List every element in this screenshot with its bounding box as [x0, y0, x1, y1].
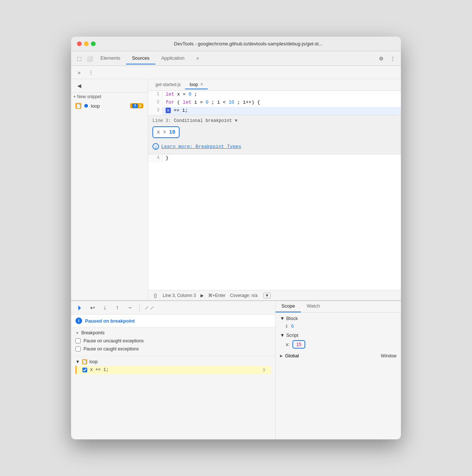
pause-caught-label: Pause on caught exceptions	[84, 346, 139, 352]
line-number-3: 3	[148, 107, 163, 115]
learn-more-text: Learn more: Breakpoint Types	[161, 144, 241, 149]
block-header[interactable]: ▼ Block	[280, 316, 397, 321]
line-number-1: 1	[148, 91, 163, 99]
toolbar-divider	[139, 304, 140, 311]
sidebar-panel: ◀ + New snippet 📄 loop ? 3	[71, 79, 148, 300]
new-snippet-button[interactable]: + New snippet	[71, 93, 148, 101]
resume-button[interactable]: ⏵	[75, 303, 84, 312]
bp-line-number: 3	[263, 368, 265, 372]
bp-file-icon: 📄	[82, 359, 87, 364]
format-button[interactable]: {}	[152, 292, 158, 299]
info-icon: i	[75, 317, 82, 324]
main-tab-list: Elements Sources Application »	[95, 52, 373, 64]
traffic-lights	[77, 41, 96, 46]
step-over-button[interactable]: ↩	[88, 303, 97, 312]
sources-toolbar: » ⋮	[71, 66, 401, 79]
settings-icon[interactable]: ⚙	[376, 53, 386, 64]
bp-file-name: loop	[89, 359, 98, 364]
learn-more-link[interactable]: → Learn more: Breakpoint Types	[152, 142, 397, 151]
run-icon[interactable]: ▶	[200, 293, 204, 298]
scope-value-x: 15	[292, 340, 305, 349]
step-button[interactable]: →	[125, 303, 134, 312]
bp-type-label: Conditional breakpoint	[174, 118, 232, 123]
close-button[interactable]	[77, 41, 82, 46]
pause-uncaught-item[interactable]: Pause on uncaught exceptions	[75, 337, 271, 345]
navigator-icon[interactable]: ◀	[74, 81, 84, 91]
breakpoint-badge: ? 3	[130, 103, 143, 108]
sidebar-item-label: loop	[91, 103, 100, 109]
scope-value-i: 6	[291, 323, 294, 329]
debugger-left: ⏵ ↩ ↓ ↑ → ⟋⟋ i Paused on breakpoint ▼ Br…	[71, 301, 276, 439]
scope-section-global: ▶ Global Window	[280, 352, 397, 359]
deactivate-breakpoints-button[interactable]: ⟋⟋	[145, 303, 154, 312]
window-title: DevTools - googlechrome.github.io/devtoo…	[102, 41, 395, 47]
maximize-button[interactable]	[91, 41, 96, 46]
line-number-2: 2	[148, 99, 163, 107]
devtools-window: DevTools - googlechrome.github.io/devtoo…	[71, 37, 401, 439]
minimize-button[interactable]	[84, 41, 89, 46]
inspect-icon[interactable]: ⬚	[74, 53, 84, 64]
step-into-button[interactable]: ↓	[100, 303, 109, 312]
bp-file-arrow-icon: ▼	[75, 359, 80, 364]
line-number-4: 4	[148, 155, 163, 163]
tab-scope[interactable]: Scope	[276, 301, 301, 312]
code-line-2: 2 for ( let i = 0 ; i < 10 ; i++) {	[148, 99, 401, 107]
sidebar-toolbar: ◀	[71, 79, 148, 93]
device-toolbar-icon[interactable]: ⬜	[84, 53, 95, 64]
tab-application[interactable]: Application	[155, 52, 191, 64]
paused-notice: i Paused on breakpoint	[71, 315, 275, 327]
code-panel: get-started.js loop ✕ 1 let x =	[148, 79, 401, 300]
titlebar: DevTools - googlechrome.github.io/devtoo…	[71, 37, 401, 51]
bp-file-header[interactable]: ▼ 📄 loop	[75, 358, 271, 366]
code-line-4: 4 }	[148, 155, 401, 163]
cursor-position: Line 3, Column 3	[163, 293, 196, 298]
line-content-2: for ( let i = 0 ; i < 10 ; i++) {	[163, 99, 401, 107]
file-tabs: get-started.js loop ✕	[148, 79, 401, 91]
pause-caught-checkbox[interactable]	[75, 346, 81, 352]
three-dots-icon[interactable]: ⋮	[86, 67, 96, 78]
tab-elements[interactable]: Elements	[95, 52, 126, 64]
sidebar-item-loop[interactable]: 📄 loop ? 3	[71, 101, 148, 111]
conditional-breakpoint-panel: Line 3: Conditional breakpoint ▼ x > 10 …	[148, 115, 401, 155]
pause-uncaught-checkbox[interactable]	[75, 338, 81, 343]
code-area[interactable]: 1 let x = 0 ; 2 for (	[148, 91, 401, 290]
scope-key-x: x:	[286, 342, 290, 347]
sources-panel: » ⋮ ◀ + New snippet 📄 loop ? 3	[71, 66, 401, 300]
breakpoint-file-section: ▼ 📄 loop x += i; 3	[71, 356, 275, 375]
global-item[interactable]: ▶ Global Window	[280, 352, 397, 359]
scope-section-script: ▼ Script x: 15	[280, 332, 397, 349]
tab-watch[interactable]: Watch	[301, 301, 326, 312]
learn-more-circle-icon: →	[152, 143, 159, 150]
step-out-button[interactable]: ↑	[113, 303, 122, 312]
file-icon: 📄	[75, 103, 81, 109]
file-tab-loop[interactable]: loop ✕	[185, 81, 208, 89]
close-tab-icon[interactable]: ✕	[200, 82, 203, 87]
script-header[interactable]: ▼ Script	[280, 332, 397, 338]
file-tab-get-started[interactable]: get-started.js	[151, 81, 185, 89]
bp-line-label: Line 3:	[152, 118, 171, 123]
more-options-icon[interactable]: ⋮	[388, 53, 398, 64]
debugger-right: Scope Watch ▼ Block i: 6	[276, 301, 401, 439]
more-sources-icon[interactable]: »	[74, 67, 84, 78]
code-line-1: 1 let x = 0 ;	[148, 91, 401, 99]
sources-body: ◀ + New snippet 📄 loop ? 3	[71, 79, 401, 300]
format-icon: {}	[154, 293, 157, 298]
bp-value-highlight: 10	[169, 129, 176, 135]
breakpoints-header[interactable]: ▼ Breakpoints	[75, 330, 271, 335]
global-arrow-icon: ▶	[280, 354, 283, 358]
coverage-dropdown-icon[interactable]: ▼	[263, 293, 271, 298]
tab-more[interactable]: »	[191, 52, 205, 64]
bp-header: Line 3: Conditional breakpoint ▼	[152, 118, 397, 123]
code-line-3: 3 x += i;	[148, 107, 401, 115]
pause-caught-item[interactable]: Pause on caught exceptions	[75, 345, 271, 353]
run-shortcut: ⌘+Enter	[208, 293, 226, 298]
bp-dropdown-arrow[interactable]: ▼	[235, 118, 237, 123]
tab-sources[interactable]: Sources	[126, 52, 155, 64]
devtools-tab-bar: ⬚ ⬜ Elements Sources Application » ⚙ ⋮	[71, 51, 401, 66]
script-arrow-icon: ▼	[280, 332, 285, 338]
line-content-4: }	[163, 155, 401, 163]
bp-line-checkbox[interactable]	[82, 368, 87, 372]
script-label: Script	[286, 332, 298, 338]
scope-item-x: x: 15	[280, 339, 397, 349]
scope-section-block: ▼ Block i: 6	[280, 316, 397, 330]
